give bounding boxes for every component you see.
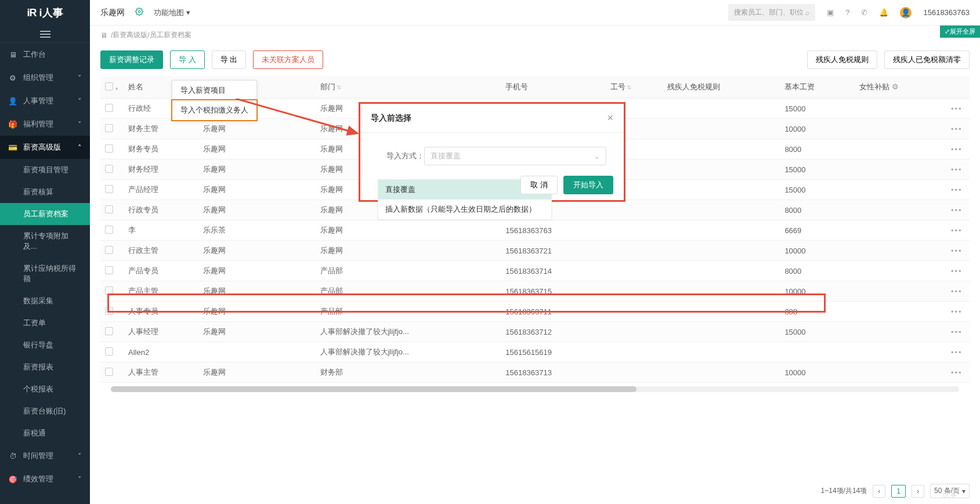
more-icon[interactable]: ••• [951, 307, 963, 316]
disability-rule-button[interactable]: 残疾人免税规则 [807, 50, 877, 69]
cell-name: 李 [124, 220, 198, 241]
function-map[interactable]: 功能地图 ▾ [154, 8, 190, 18]
more-icon[interactable]: ••• [951, 368, 963, 377]
import-button[interactable]: 导 入 [170, 50, 205, 69]
cell-female-allow [855, 322, 946, 342]
more-icon[interactable]: ••• [951, 186, 963, 194]
more-icon[interactable]: ••• [951, 226, 963, 235]
more-icon[interactable]: ••• [951, 104, 963, 113]
cell-base-salary [780, 342, 855, 362]
more-icon[interactable]: ••• [951, 165, 963, 174]
cell-base-salary: 15000 [780, 159, 855, 180]
sidebar-item-福利管理[interactable]: 🎁福利管理˅ [0, 113, 90, 136]
sidebar-subitem-个税报表[interactable]: 个税报表 [23, 378, 90, 400]
close-icon[interactable]: × [607, 112, 613, 124]
sidebar-subitem-薪资台账(旧)[interactable]: 薪资台账(旧) [23, 400, 90, 422]
sidebar-item-组织管理[interactable]: ⚙组织管理˅ [0, 66, 90, 89]
bell-icon[interactable]: 🔔 [879, 8, 888, 17]
import-method-select[interactable]: 直接覆盖 ⌄ [424, 147, 606, 165]
cancel-button[interactable]: 取 消 [520, 176, 558, 194]
start-import-button[interactable]: 开始导入 [563, 176, 613, 194]
sidebar-item-时间管理[interactable]: ⏱时间管理˅ [0, 444, 90, 467]
horizontal-scrollbar[interactable] [111, 386, 959, 392]
sidebar-subitem-累计应纳税所得额[interactable]: 累计应纳税所得额 [23, 258, 90, 290]
sidebar-subitem-员工薪资档案[interactable]: 员工薪资档案 [0, 203, 90, 225]
more-icon[interactable]: ••• [951, 206, 963, 215]
sidebar-item-工作台[interactable]: 🖥工作台 [0, 43, 90, 66]
breadcrumb: 🖥 / 薪资高级版 / 员工薪资档案 ⤢展开全屏 [90, 26, 980, 45]
row-checkbox[interactable] [105, 226, 113, 234]
more-icon[interactable]: ••• [951, 246, 963, 255]
row-checkbox[interactable] [105, 246, 113, 254]
more-icon[interactable]: ••• [951, 125, 963, 133]
row-checkbox[interactable] [105, 347, 113, 356]
prev-page-button[interactable]: ‹ [873, 485, 885, 498]
cell-disability [663, 119, 780, 139]
target-icon: 🎯 [8, 475, 17, 484]
import-tax-agent[interactable]: 导入个税扣缴义务人 [171, 99, 258, 121]
more-icon[interactable]: ••• [951, 328, 963, 336]
logo: iR i人事 [0, 0, 90, 26]
salary-adjust-record-button[interactable]: 薪资调整记录 [100, 50, 163, 69]
projector-icon[interactable]: ▣ [827, 8, 834, 17]
page-number[interactable]: 1 [891, 485, 906, 498]
unlinked-people-button[interactable]: 未关联方案人员 [253, 50, 323, 69]
cell-phone: 15618363715 [501, 281, 606, 302]
sidebar-subitem-薪税通[interactable]: 薪税通 [23, 422, 90, 444]
watermark: i人事 [943, 491, 957, 499]
sidebar-subitem-数据采集[interactable]: 数据采集 [23, 290, 90, 312]
row-checkbox[interactable] [105, 205, 113, 213]
hamburger-toggle[interactable] [0, 26, 90, 43]
help-icon[interactable]: ? [845, 8, 849, 17]
row-checkbox[interactable] [105, 124, 113, 132]
phone-icon[interactable]: ✆ [861, 8, 867, 17]
more-icon[interactable]: ••• [951, 348, 963, 357]
th-disability: 残疾人免税规则 [663, 76, 780, 99]
import-dropdown: 导入薪资项目 导入个税扣缴义务人 [172, 80, 257, 121]
gear-icon[interactable] [135, 8, 143, 17]
chevron-down-icon: ˅ [78, 97, 82, 106]
sort-icon[interactable]: ⇅ [627, 84, 631, 90]
breadcrumb-part[interactable]: 薪资高级版 [113, 30, 147, 40]
import-salary-items[interactable]: 导入薪资项目 [172, 81, 256, 100]
next-page-button[interactable]: › [912, 485, 924, 498]
row-checkbox[interactable] [105, 307, 113, 315]
cell-name: 人事经理 [124, 322, 198, 342]
row-checkbox[interactable] [105, 165, 113, 173]
chevron-down-icon[interactable]: ▾ [115, 86, 118, 92]
sidebar-subitem-薪资项目管理[interactable]: 薪资项目管理 [23, 159, 90, 181]
row-checkbox[interactable] [105, 327, 113, 335]
row-checkbox[interactable] [105, 185, 113, 193]
export-button[interactable]: 导 出 [212, 50, 247, 69]
th-dept: 部门⇅ [316, 76, 501, 99]
sidebar-item-薪资高级版[interactable]: 💳薪资高级版˄ [0, 136, 90, 159]
filter-icon[interactable]: ⚙ [892, 82, 899, 91]
sidebar-subitem-薪资报表[interactable]: 薪资报表 [23, 356, 90, 378]
more-icon[interactable]: ••• [951, 287, 963, 296]
sidebar-subitem-累计专项附加及...[interactable]: 累计专项附加及... [23, 225, 90, 258]
sidebar-item-绩效管理[interactable]: 🎯绩效管理˅ [0, 467, 90, 491]
chevron-down-icon: ˅ [78, 475, 82, 484]
row-checkbox[interactable] [105, 104, 113, 112]
select-all-checkbox[interactable] [105, 82, 113, 90]
expand-fullscreen-button[interactable]: ⤢展开全屏 [940, 26, 980, 38]
avatar[interactable]: 👤 [900, 7, 912, 19]
row-checkbox[interactable] [105, 144, 113, 153]
cell-female-allow [855, 261, 946, 281]
row-checkbox[interactable] [105, 368, 113, 376]
sidebar-item-人事管理[interactable]: 👤人事管理˅ [0, 89, 90, 113]
cell-name: 产品专员 [124, 261, 198, 281]
sidebar-subitem-工资单[interactable]: 工资单 [23, 312, 90, 334]
search-input[interactable]: 搜索员工、部门、职位 ⌕ [728, 4, 815, 21]
disability-clear-button[interactable]: 残疾人已免税额清零 [884, 50, 970, 69]
more-icon[interactable]: ••• [951, 145, 963, 154]
cell-empno [606, 342, 663, 362]
row-checkbox[interactable] [105, 287, 113, 295]
sidebar-subitem-银行导盘[interactable]: 银行导盘 [23, 334, 90, 356]
more-icon[interactable]: ••• [951, 267, 963, 275]
row-checkbox[interactable] [105, 266, 113, 274]
cell-phone: 15618363714 [501, 261, 606, 281]
sort-icon[interactable]: ⇅ [337, 84, 341, 90]
sidebar-subitem-薪资核算[interactable]: 薪资核算 [23, 181, 90, 203]
option-insert-new[interactable]: 插入新数据（只能导入生效日期之后的数据） [378, 200, 551, 219]
